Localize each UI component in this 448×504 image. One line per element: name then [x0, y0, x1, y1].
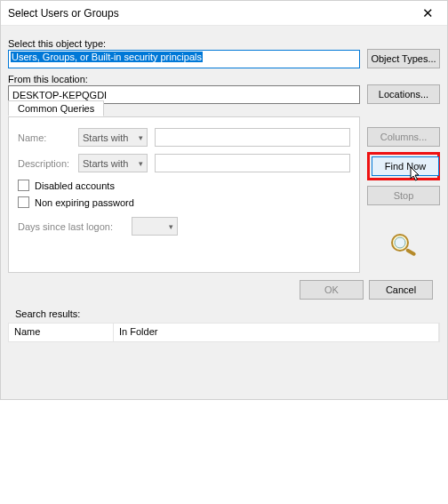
description-match-combo[interactable]: Starts with ▾	[78, 154, 148, 172]
non-expiring-label: Non expiring password	[35, 197, 134, 208]
days-since-combo[interactable]: ▾	[132, 217, 178, 236]
close-button[interactable]: ✕	[410, 2, 445, 25]
name-match-combo[interactable]: Starts with ▾	[78, 128, 148, 147]
column-in-folder[interactable]: In Folder	[114, 324, 439, 341]
chevron-down-icon: ▾	[139, 133, 143, 142]
svg-rect-2	[405, 248, 416, 256]
object-type-value: Users, Groups, or Built-in security prin…	[11, 52, 203, 62]
column-name[interactable]: Name	[9, 324, 114, 341]
results-header: Name In Folder	[8, 323, 440, 342]
find-now-highlight: Find Now	[367, 152, 440, 180]
svg-point-1	[395, 237, 405, 248]
find-now-button[interactable]: Find Now	[372, 156, 439, 176]
cancel-button[interactable]: Cancel	[369, 280, 433, 300]
title-bar: Select Users or Groups ✕	[1, 1, 447, 26]
description-input[interactable]	[155, 154, 350, 172]
object-type-input[interactable]: Users, Groups, or Built-in security prin…	[8, 50, 360, 68]
tab-common-queries[interactable]: Common Queries	[8, 100, 104, 116]
close-icon: ✕	[422, 5, 434, 21]
chevron-down-icon: ▾	[139, 159, 143, 168]
ok-button[interactable]: OK	[300, 280, 364, 300]
description-match-value: Starts with	[83, 158, 128, 169]
queries-panel: Name: Starts with ▾ Description: Starts …	[8, 116, 360, 273]
name-label: Name:	[18, 132, 71, 143]
days-since-label: Days since last logon:	[18, 221, 124, 232]
location-label: From this location:	[8, 74, 440, 84]
checkbox-icon	[18, 180, 29, 191]
magnifier-icon	[388, 232, 420, 257]
window-title: Select Users or Groups	[8, 7, 119, 20]
search-graphic	[367, 232, 440, 259]
dialog-footer: OK Cancel	[8, 273, 440, 307]
object-types-button[interactable]: Object Types...	[367, 49, 440, 68]
name-match-value: Starts with	[83, 132, 128, 143]
queries-tab-region: Common Queries Name: Starts with ▾ Descr…	[8, 116, 360, 273]
name-input[interactable]	[155, 128, 350, 147]
locations-button[interactable]: Locations...	[367, 84, 440, 104]
client-area: Select this object type: Users, Groups, …	[1, 26, 447, 346]
disabled-accounts-checkbox[interactable]: Disabled accounts	[18, 180, 350, 191]
disabled-accounts-label: Disabled accounts	[35, 180, 115, 191]
description-label: Description:	[18, 158, 71, 169]
chevron-down-icon: ▾	[169, 222, 173, 231]
search-results-label: Search results:	[8, 307, 440, 323]
find-now-label: Find Now	[385, 161, 426, 172]
columns-button[interactable]: Columns...	[367, 127, 440, 147]
dialog-window: Select Users or Groups ✕ Select this obj…	[0, 0, 448, 400]
object-type-label: Select this object type:	[8, 38, 440, 49]
side-buttons: Columns... Find Now Stop	[367, 116, 440, 273]
non-expiring-checkbox[interactable]: Non expiring password	[18, 196, 350, 208]
checkbox-icon	[18, 196, 29, 208]
stop-button[interactable]: Stop	[367, 186, 440, 205]
